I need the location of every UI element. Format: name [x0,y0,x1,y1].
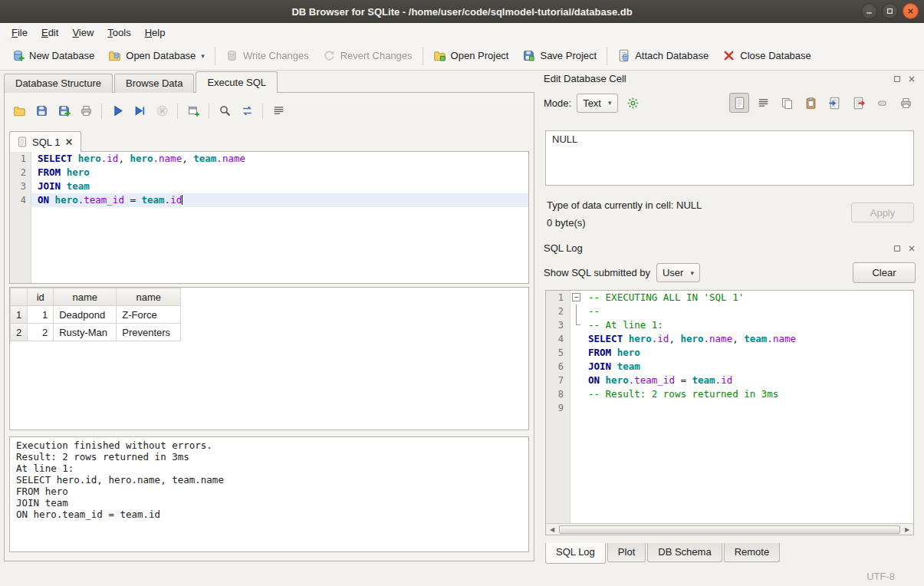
code-text: FROM hero [31,166,528,179]
filter-label: Show SQL submitted by [544,267,650,278]
print-button[interactable] [896,93,916,113]
cell-editor[interactable]: NULL [545,130,914,186]
mode-combo[interactable]: Text ▾ [577,94,617,113]
code-token: .id [165,194,182,206]
code-line: 2-- [546,305,913,318]
execute-all-button[interactable] [107,101,127,121]
dock-tab-plot[interactable]: Plot [607,543,646,562]
paste-button[interactable] [801,93,820,113]
find-button[interactable] [215,101,235,121]
open-project-label: Open Project [451,50,509,61]
write-changes-label: Write Changes [243,50,309,61]
results-cell[interactable]: 1 [28,306,54,324]
sql-log-title: SQL Log [544,242,891,254]
set-null-button[interactable] [872,93,892,113]
save-project-button[interactable]: Save Project [515,45,603,66]
execution-message[interactable]: Execution finished without errors. Resul… [9,436,529,552]
results-column-header[interactable]: name [117,288,181,306]
print-button[interactable] [76,101,96,121]
menu-item-tools[interactable]: Tools [100,25,137,41]
menu-item-edit[interactable]: Edit [35,25,65,41]
save-sql-as-icon [58,104,71,117]
open-project-button[interactable]: Open Project [426,45,516,66]
scrollbar-thumb[interactable] [559,525,900,534]
sql-doc-tab-bar: SQL 1 [9,131,529,152]
results-table: idnamename11DeadpondZ-Force22Rusty-ManPr… [10,288,181,341]
import-button[interactable] [824,93,844,113]
menu-item-help[interactable]: Help [138,25,173,41]
tab-database-structure[interactable]: Database Structure [4,74,113,93]
line-number: 2 [10,166,31,179]
dock-tab-sql-log[interactable]: SQL Log [545,543,606,564]
sql-log-view[interactable]: 1−-- EXECUTING ALL IN 'SQL 1'2--3-- At l… [546,291,913,523]
window-title: DB Browser for SQLite - /home/user/code/… [291,6,632,18]
menu-item-file[interactable]: File [5,25,35,41]
sql-doc-tab[interactable]: SQL 1 [9,131,81,152]
results-row-header[interactable]: 1 [11,306,28,324]
code-line: 3JOIN team [10,179,528,193]
float-panel-button[interactable] [891,73,903,84]
attach-database-button[interactable]: Attach Database [610,45,715,66]
results-cell[interactable]: Deadpond [54,306,117,324]
log-horizontal-scrollbar[interactable]: ◀ ▶ [546,523,913,535]
find-icon [219,104,232,117]
open-sql-file-icon [13,104,26,117]
word-wrap-button[interactable] [753,93,773,113]
scroll-left-icon[interactable]: ◀ [546,526,558,533]
dock-tab-db-schema[interactable]: DB Schema [647,543,722,562]
format-sql-button[interactable] [268,101,288,121]
code-token: -- EXECUTING ALL IN 'SQL 1' [588,291,744,303]
open-in-external-button[interactable] [623,93,643,113]
results-column-header[interactable]: name [54,288,117,306]
titlebar[interactable]: DB Browser for SQLite - /home/user/code/… [0,0,924,23]
menu-item-view[interactable]: View [65,25,100,41]
close-tab-icon[interactable] [64,137,74,146]
replace-icon [241,104,254,117]
close-button[interactable] [903,3,919,19]
scroll-right-icon[interactable]: ▶ [901,526,913,533]
save-sql-file-button[interactable] [31,101,51,121]
maximize-button[interactable] [882,3,898,19]
execute-sql-pane: SQL 1 1SELECT hero.id, hero.name, team.n… [4,92,534,561]
minimize-button[interactable] [861,3,877,19]
sql-file-icon [17,137,28,147]
results-row-header[interactable]: 2 [11,324,28,341]
code-token [611,347,617,358]
cell-type-info: Type of data currently in cell: NULL [547,199,702,211]
save-sql-as-button[interactable] [54,101,74,121]
results-grid[interactable]: idnamename11DeadpondZ-Force22Rusty-ManPr… [9,287,529,430]
code-token: , [118,153,130,164]
results-column-header[interactable]: id [28,288,54,306]
results-cell[interactable]: 2 [28,324,54,341]
tab-execute-sql[interactable]: Execute SQL [196,71,278,93]
cell-size-info: 0 byte(s) [547,217,586,229]
open-database-button[interactable]: Open Database▾ [101,45,212,66]
close-panel-button[interactable] [906,73,917,84]
open-sql-file-button[interactable] [9,101,29,121]
copy-button[interactable] [777,93,797,113]
float-panel-button[interactable] [891,242,903,254]
results-cell[interactable]: Rusty-Man [54,324,117,341]
new-database-button[interactable]: New Database [5,45,101,66]
toolbar-separator [101,104,102,119]
tab-browse-data[interactable]: Browse Data [114,74,194,93]
code-token [49,194,55,206]
new-tab-button[interactable] [183,101,203,121]
results-cell[interactable]: Z-Force [117,306,181,324]
fold-collapse-icon[interactable]: − [572,293,580,301]
results-cell[interactable]: Preventers [117,324,181,341]
sql-editor[interactable]: 1SELECT hero.id, hero.name, team.name2FR… [9,151,529,284]
code-token: hero [67,166,90,178]
clear-button[interactable]: Clear [853,262,916,283]
execute-line-button[interactable] [130,101,150,121]
code-token: JOIN [588,360,611,372]
dock-tab-remote[interactable]: Remote [724,543,781,562]
code-token: team [193,153,216,164]
replace-button[interactable] [237,101,257,121]
line-number: 2 [546,305,571,318]
close-panel-button[interactable] [906,242,917,254]
export-button[interactable] [848,93,868,113]
submitted-by-combo[interactable]: User ▾ [656,263,700,282]
close-database-button[interactable]: Close Database [715,45,818,66]
text-mode-button[interactable] [729,93,749,113]
